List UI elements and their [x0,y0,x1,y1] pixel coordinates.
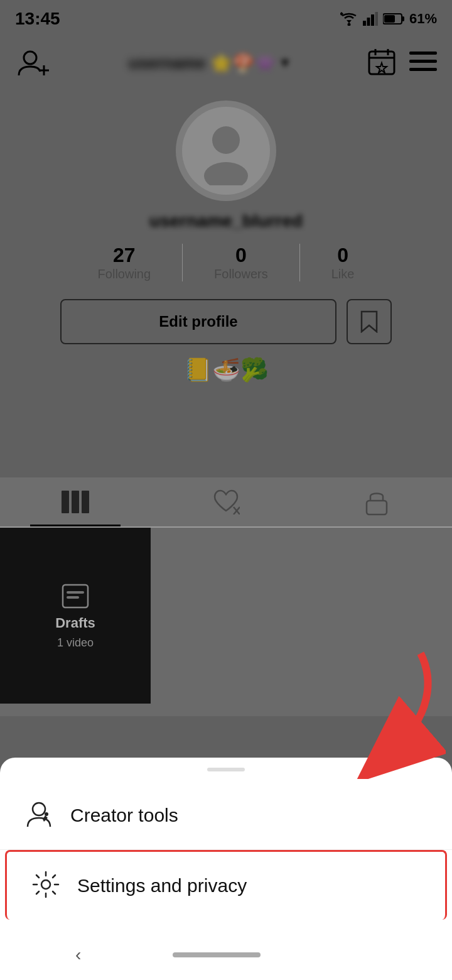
creator-tools-label: Creator tools [70,805,178,826]
settings-icon [32,871,60,901]
back-button[interactable]: ‹ [75,945,81,965]
home-area: ‹ [0,930,452,980]
bottom-sheet: Creator tools Settings and privacy [0,758,452,930]
settings-privacy-item[interactable]: Settings and privacy [5,850,447,920]
svg-point-33 [45,812,48,816]
creator-icon-svg [25,800,53,828]
creator-tools-item[interactable]: Creator tools [0,781,452,850]
creator-tools-icon [25,800,53,830]
sheet-handle [207,768,245,771]
svg-point-32 [33,803,45,815]
gear-icon [32,871,60,898]
home-pill[interactable] [173,952,261,957]
settings-privacy-label: Settings and privacy [77,875,247,896]
